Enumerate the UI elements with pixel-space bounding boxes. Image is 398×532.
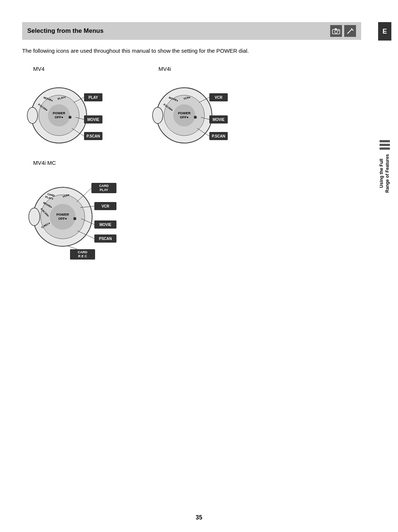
svg-text:POWER: POWER bbox=[178, 111, 191, 115]
sidebar-bar-2 bbox=[380, 144, 390, 146]
sidebar-bar-1 bbox=[380, 140, 390, 142]
svg-text:MOVIE: MOVIE bbox=[87, 118, 100, 122]
section-title: Selecting from the Menus bbox=[27, 27, 104, 35]
svg-text:MOVIE: MOVIE bbox=[213, 118, 225, 122]
diagram-mv4: MV4 POWER OFF● PLAY● MOVIE● P.SCAN● bbox=[22, 66, 118, 149]
svg-text:PLAY: PLAY bbox=[100, 188, 108, 192]
svg-rect-2 bbox=[335, 28, 337, 29]
sidebar-text-line1: Using the Full bbox=[379, 159, 384, 188]
section-header: Selecting from the Menus bbox=[22, 22, 361, 40]
mv4i-diagram: POWER OFF● VCR● MOVIE● P.SCAN● VCR MOVIE bbox=[147, 75, 243, 149]
svg-point-57 bbox=[29, 208, 40, 226]
svg-text:PLAY: PLAY bbox=[88, 95, 98, 100]
e-tab: E bbox=[378, 22, 391, 41]
svg-text:OFF●: OFF● bbox=[180, 115, 188, 119]
pencil-icon bbox=[344, 25, 356, 37]
mv4-diagram: POWER OFF● PLAY● MOVIE● P.SCAN● PLAY bbox=[22, 75, 118, 149]
svg-text:POWER: POWER bbox=[56, 213, 69, 216]
diagrams-row-2: MV4i MC POWER OFF● VCR● CARD PLAY● MOVIE… bbox=[22, 160, 361, 261]
svg-text:PSCAN: PSCAN bbox=[99, 237, 112, 241]
svg-text:CARD: CARD bbox=[99, 184, 109, 188]
svg-line-74 bbox=[66, 246, 77, 249]
svg-text:OFF●: OFF● bbox=[55, 115, 63, 119]
svg-text:CARD: CARD bbox=[78, 250, 87, 254]
body-text: The following icons are used throughout … bbox=[22, 46, 280, 55]
header-icons bbox=[330, 25, 356, 37]
svg-text:POWER: POWER bbox=[53, 111, 66, 115]
diagram-mv4imc-label: MV4i MC bbox=[33, 160, 56, 166]
diagrams-row-1: MV4 POWER OFF● PLAY● MOVIE● P.SCAN● bbox=[22, 66, 361, 149]
camera-icon bbox=[330, 25, 342, 37]
page-number: 35 bbox=[196, 514, 202, 521]
e-tab-label: E bbox=[383, 28, 387, 35]
svg-point-35 bbox=[153, 107, 163, 124]
sidebar-text-line2: Range of Features bbox=[385, 154, 390, 193]
svg-point-50 bbox=[73, 217, 76, 220]
sidebar-bar-3 bbox=[380, 147, 390, 150]
svg-text:VCR: VCR bbox=[214, 95, 223, 100]
diagram-mv4i-label: MV4i bbox=[158, 66, 171, 72]
svg-point-12 bbox=[69, 116, 71, 119]
svg-point-1 bbox=[335, 30, 338, 33]
svg-point-16 bbox=[27, 107, 38, 124]
diagram-mv4i: MV4i POWER OFF● VCR● MOVIE● P.SCAN● VCR bbox=[147, 66, 243, 149]
right-sidebar: Using the Full Range of Features bbox=[378, 140, 391, 193]
page-content: Selecting from the Menus bbox=[22, 22, 361, 510]
diagrams-area: MV4 POWER OFF● PLAY● MOVIE● P.SCAN● bbox=[22, 66, 361, 261]
svg-text:R E C: R E C bbox=[78, 254, 87, 258]
svg-text:OFF●: OFF● bbox=[58, 217, 67, 220]
diagram-mv4imc: MV4i MC POWER OFF● VCR● CARD PLAY● MOVIE… bbox=[22, 160, 140, 261]
svg-rect-3 bbox=[338, 30, 339, 31]
svg-text:P.SCAN: P.SCAN bbox=[212, 134, 226, 138]
svg-text:P.SCAN: P.SCAN bbox=[87, 134, 100, 138]
svg-text:VCR: VCR bbox=[101, 204, 109, 208]
svg-text:MOVIE: MOVIE bbox=[100, 223, 112, 227]
diagram-mv4-label: MV4 bbox=[33, 66, 45, 72]
svg-point-31 bbox=[194, 116, 197, 119]
sidebar-text: Using the Full Range of Features bbox=[379, 154, 390, 193]
mv4imc-diagram: POWER OFF● VCR● CARD PLAY● MOVIE● P.SCAN… bbox=[22, 169, 140, 261]
sidebar-bars bbox=[380, 140, 390, 150]
